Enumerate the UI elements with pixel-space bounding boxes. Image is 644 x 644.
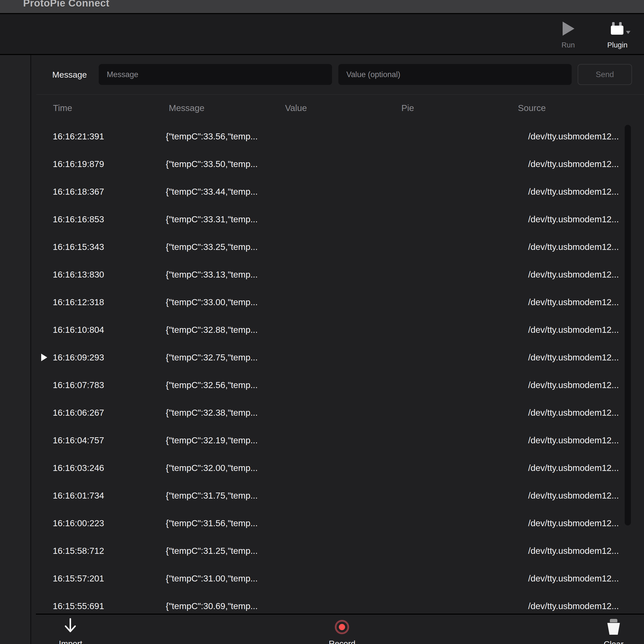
- cell-message: {"tempC":32.19,"temp...: [166, 426, 258, 454]
- cell-time: 16:16:16:853: [53, 205, 104, 233]
- cell-time: 16:15:57:201: [53, 565, 104, 592]
- cell-time: 16:16:06:267: [53, 399, 104, 426]
- cell-source: /dev/tty.usbmodem12...: [528, 205, 619, 233]
- cell-message: {"tempC":32.38,"temp...: [166, 399, 258, 426]
- cell-message: {"tempC":33.50,"temp...: [166, 150, 258, 178]
- footer-separator: [36, 614, 644, 615]
- window-titlebar: ProtoPie Connect: [0, 0, 644, 13]
- cell-time: 16:15:58:712: [53, 537, 104, 565]
- cell-time: 16:15:55:691: [53, 592, 104, 620]
- cell-message: {"tempC":33.56,"temp...: [166, 123, 258, 150]
- scrollbar-thumb[interactable]: [625, 125, 631, 525]
- column-header-value: Value: [285, 103, 307, 113]
- message-input[interactable]: [99, 64, 332, 85]
- cell-message: {"tempC":33.31,"temp...: [166, 205, 258, 233]
- table-row[interactable]: 16:16:15:343{"tempC":33.25,"temp.../dev/…: [31, 233, 644, 261]
- column-header-source: Source: [518, 103, 546, 113]
- plugin-button[interactable]: Plugin: [603, 41, 632, 49]
- table-row[interactable]: 16:15:55:691{"tempC":30.69,"temp.../dev/…: [31, 592, 644, 620]
- table-row[interactable]: 16:16:13:830{"tempC":33.13,"temp.../dev/…: [31, 261, 644, 288]
- selected-row-play-icon: [41, 354, 47, 361]
- cell-source: /dev/tty.usbmodem12...: [528, 565, 619, 592]
- cell-source: /dev/tty.usbmodem12...: [528, 261, 619, 288]
- cell-source: /dev/tty.usbmodem12...: [528, 482, 619, 509]
- record-button[interactable]: Record: [317, 639, 367, 644]
- table-row[interactable]: 16:16:06:267{"tempC":32.38,"temp.../dev/…: [31, 399, 644, 426]
- table-row[interactable]: 16:16:21:391{"tempC":33.56,"temp.../dev/…: [31, 123, 644, 150]
- table-rows: 16:16:21:391{"tempC":33.56,"temp.../dev/…: [31, 123, 644, 620]
- message-label: Message: [52, 70, 87, 79]
- cell-message: {"tempC":31.75,"temp...: [166, 482, 258, 509]
- cell-source: /dev/tty.usbmodem12...: [528, 344, 619, 371]
- clear-button[interactable]: Clear: [588, 639, 639, 644]
- cell-message: {"tempC":31.00,"temp...: [166, 565, 258, 592]
- cell-source: /dev/tty.usbmodem12...: [528, 454, 619, 482]
- cell-time: 16:16:01:734: [53, 482, 104, 509]
- table-row[interactable]: 16:16:12:318{"tempC":33.00,"temp.../dev/…: [31, 288, 644, 316]
- table-row[interactable]: 16:15:57:201{"tempC":31.00,"temp.../dev/…: [31, 565, 644, 592]
- run-button[interactable]: Run: [554, 41, 582, 49]
- table-row[interactable]: 16:16:19:879{"tempC":33.50,"temp.../dev/…: [31, 150, 644, 178]
- cell-source: /dev/tty.usbmodem12...: [528, 178, 619, 205]
- cell-message: {"tempC":32.88,"temp...: [166, 316, 258, 344]
- cell-message: {"tempC":31.56,"temp...: [166, 509, 258, 537]
- trash-icon[interactable]: [607, 623, 620, 635]
- cell-message: {"tempC":33.00,"temp...: [166, 288, 258, 316]
- cell-time: 16:16:13:830: [53, 261, 104, 288]
- column-header-pie: Pie: [401, 103, 414, 113]
- cell-source: /dev/tty.usbmodem12...: [528, 150, 619, 178]
- import-button[interactable]: Import: [45, 639, 96, 644]
- chevron-down-icon[interactable]: [626, 31, 630, 34]
- cell-source: /dev/tty.usbmodem12...: [528, 426, 619, 454]
- cell-message: {"tempC":32.00,"temp...: [166, 454, 258, 482]
- cell-source: /dev/tty.usbmodem12...: [528, 288, 619, 316]
- table-row[interactable]: 16:16:03:246{"tempC":32.00,"temp.../dev/…: [31, 454, 644, 482]
- cell-time: 16:16:09:293: [53, 344, 104, 371]
- plugin-icon[interactable]: [611, 26, 623, 35]
- cell-source: /dev/tty.usbmodem12...: [528, 509, 619, 537]
- cell-source: /dev/tty.usbmodem12...: [528, 399, 619, 426]
- trash-icon-lid: [610, 619, 617, 622]
- cell-message: {"tempC":33.25,"temp...: [166, 233, 258, 261]
- cell-message: {"tempC":33.13,"temp...: [166, 261, 258, 288]
- cell-message: {"tempC":30.69,"temp...: [166, 592, 258, 620]
- table-row[interactable]: 16:16:16:853{"tempC":33.31,"temp.../dev/…: [31, 205, 644, 233]
- cell-time: 16:16:03:246: [53, 454, 104, 482]
- window-title: ProtoPie Connect: [23, 0, 110, 9]
- cell-time: 16:16:00:223: [53, 509, 104, 537]
- record-icon-dot[interactable]: [339, 624, 345, 630]
- table-row[interactable]: 16:16:09:293{"tempC":32.75,"temp.../dev/…: [31, 344, 644, 371]
- cell-time: 16:16:19:879: [53, 150, 104, 178]
- table-row[interactable]: 16:15:58:712{"tempC":31.25,"temp.../dev/…: [31, 537, 644, 565]
- run-play-icon[interactable]: [563, 22, 574, 36]
- message-bar-divider: [36, 94, 644, 95]
- table-row[interactable]: 16:16:10:804{"tempC":32.88,"temp.../dev/…: [31, 316, 644, 344]
- value-input[interactable]: [338, 64, 572, 85]
- cell-source: /dev/tty.usbmodem12...: [528, 537, 619, 565]
- table-row[interactable]: 16:16:18:367{"tempC":33.44,"temp.../dev/…: [31, 178, 644, 205]
- cell-source: /dev/tty.usbmodem12...: [528, 233, 619, 261]
- cell-time: 16:16:15:343: [53, 233, 104, 261]
- cell-message: {"tempC":33.44,"temp...: [166, 178, 258, 205]
- cell-time: 16:16:21:391: [53, 123, 104, 150]
- table-row[interactable]: 16:16:04:757{"tempC":32.19,"temp.../dev/…: [31, 426, 644, 454]
- cell-time: 16:16:10:804: [53, 316, 104, 344]
- table-row[interactable]: 16:16:01:734{"tempC":31.75,"temp.../dev/…: [31, 482, 644, 509]
- cell-time: 16:16:12:318: [53, 288, 104, 316]
- sidebar: [0, 55, 30, 644]
- cell-source: /dev/tty.usbmodem12...: [528, 316, 619, 344]
- table-row[interactable]: 16:16:07:783{"tempC":32.56,"temp.../dev/…: [31, 371, 644, 399]
- send-button[interactable]: Send: [578, 64, 632, 85]
- cell-time: 16:16:07:783: [53, 371, 104, 399]
- cell-time: 16:16:18:367: [53, 178, 104, 205]
- cell-time: 16:16:04:757: [53, 426, 104, 454]
- table-row[interactable]: 16:16:00:223{"tempC":31.56,"temp.../dev/…: [31, 509, 644, 537]
- toolbar-separator: [0, 54, 644, 55]
- cell-source: /dev/tty.usbmodem12...: [528, 592, 619, 620]
- cell-message: {"tempC":32.56,"temp...: [166, 371, 258, 399]
- import-arrow-icon[interactable]: [64, 618, 77, 634]
- cell-message: {"tempC":32.75,"temp...: [166, 344, 258, 371]
- cell-source: /dev/tty.usbmodem12...: [528, 371, 619, 399]
- cell-source: /dev/tty.usbmodem12...: [528, 123, 619, 150]
- column-header-time: Time: [53, 103, 72, 113]
